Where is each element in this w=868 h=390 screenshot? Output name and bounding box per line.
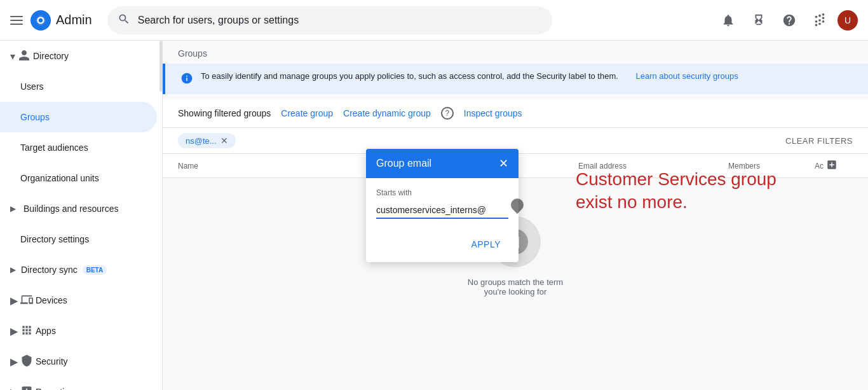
topbar-right: U: [715, 8, 858, 33]
sidebar-apps-label: Apps: [36, 326, 56, 336]
expand-icon: ▾: [10, 50, 15, 62]
menu-icon[interactable]: [10, 16, 23, 25]
annotation-text: Customer Services group exist no more.: [576, 168, 817, 214]
search-icon: [118, 13, 130, 27]
chevron-right-icon: ▶: [10, 204, 16, 213]
sidebar: ▾ Directory Users Groups Target audience…: [0, 41, 163, 390]
sidebar-dirsync-label: Directory sync: [21, 265, 78, 275]
breadcrumb-text: Groups: [178, 48, 207, 59]
devices-icon: [20, 293, 33, 308]
apps-icon: [20, 324, 33, 338]
sidebar-dirsettings-label: Directory settings: [20, 234, 89, 244]
avatar[interactable]: U: [837, 10, 858, 31]
sidebar-item-users[interactable]: Users: [0, 71, 157, 102]
clear-filters-button[interactable]: CLEAR FILTERS: [785, 136, 853, 146]
sidebar-security-section[interactable]: ▶ Security: [0, 346, 162, 377]
help-icon[interactable]: [776, 8, 802, 33]
create-group-link[interactable]: Create group: [281, 108, 333, 118]
sidebar-security-label: Security: [36, 356, 68, 366]
sidebar-item-dir-sync[interactable]: ▶ Directory sync BETA: [0, 254, 157, 285]
topbar-left: Admin: [10, 10, 92, 31]
brand-name: Admin: [56, 13, 92, 27]
chevron-right-icon-sync: ▶: [10, 265, 16, 274]
person-icon: [18, 49, 31, 64]
add-column-icon[interactable]: [826, 159, 837, 172]
filter-popup-title: Group email: [376, 158, 431, 169]
filter-popup-header: Group email ✕: [366, 149, 519, 178]
info-icon: [180, 72, 193, 87]
showing-text: Showing filtered groups: [178, 108, 271, 118]
apps-grid-icon[interactable]: [807, 8, 832, 33]
google-icon: [34, 14, 47, 27]
brand-logo: [31, 10, 51, 31]
topbar: Admin U: [0, 0, 868, 41]
filter-popup: Group email ✕ Starts with APPLY: [366, 149, 519, 262]
sidebar-users-label: Users: [20, 81, 44, 92]
search-input[interactable]: [138, 15, 542, 26]
expand-icon-reporting: ▶: [10, 386, 18, 391]
sidebar-buildings-label: Buildings and resources: [24, 204, 118, 214]
groups-toolbar: Showing filtered groups Create group Cre…: [163, 99, 868, 128]
sidebar-reporting-section[interactable]: ▶ Reporting: [0, 377, 162, 390]
svg-point-1: [39, 18, 43, 22]
apply-button[interactable]: APPLY: [463, 234, 508, 254]
empty-state-text: No groups match the term you're looking …: [458, 277, 573, 296]
search-bar[interactable]: [107, 6, 552, 34]
expand-icon-devices: ▶: [10, 295, 18, 307]
sidebar-item-org-units[interactable]: Organizational units: [0, 163, 157, 193]
security-icon: [20, 354, 33, 369]
info-text: To easily identify and manage groups you…: [201, 71, 618, 81]
sidebar-item-dir-settings[interactable]: Directory settings: [0, 224, 157, 254]
filter-popup-close-button[interactable]: ✕: [499, 157, 508, 171]
col-actions-header: Ac: [815, 159, 853, 172]
expand-icon-apps: ▶: [10, 325, 18, 337]
sidebar-directory-section[interactable]: ▾ Directory: [0, 41, 162, 71]
brand: Admin: [31, 10, 92, 31]
help-dynamic-icon[interactable]: ?: [441, 107, 454, 120]
filter-chip-text: ns@te...: [186, 136, 217, 146]
sidebar-directory-label: Directory: [33, 51, 69, 61]
notifications-icon[interactable]: [715, 8, 741, 33]
expand-icon-security: ▶: [10, 356, 18, 368]
filter-chip[interactable]: ns@te... ✕: [178, 133, 236, 148]
sidebar-groups-label: Groups: [20, 112, 50, 122]
sidebar-item-target-audiences[interactable]: Target audiences: [0, 132, 157, 163]
reporting-icon: [20, 385, 33, 391]
filter-popup-body: Starts with: [366, 178, 519, 229]
info-link[interactable]: Learn about security groups: [636, 71, 738, 81]
filter-popup-footer: APPLY: [366, 229, 519, 262]
sidebar-item-buildings[interactable]: ▶ Buildings and resources: [0, 193, 157, 224]
filter-popup-input[interactable]: [376, 202, 508, 219]
filter-chip-close-icon[interactable]: ✕: [220, 136, 228, 146]
filter-popup-label: Starts with: [376, 188, 508, 197]
hourglass-icon[interactable]: [746, 8, 771, 33]
info-banner: To easily identify and manage groups you…: [163, 64, 868, 94]
sidebar-reporting-label: Reporting: [36, 387, 74, 390]
create-dynamic-link[interactable]: Create dynamic group: [343, 108, 431, 118]
sidebar-item-groups[interactable]: Groups: [0, 102, 157, 132]
sidebar-apps-section[interactable]: ▶ Apps: [0, 316, 162, 346]
layout: ▾ Directory Users Groups Target audience…: [0, 41, 868, 390]
sidebar-target-label: Target audiences: [20, 143, 88, 153]
sidebar-devices-section[interactable]: ▶ Devices: [0, 285, 162, 316]
breadcrumb: Groups: [163, 41, 868, 64]
sidebar-org-label: Organizational units: [20, 173, 99, 183]
inspect-groups-link[interactable]: Inspect groups: [464, 108, 522, 118]
sidebar-devices-label: Devices: [36, 295, 67, 305]
main-content: Groups To easily identify and manage gro…: [163, 41, 868, 390]
beta-badge: BETA: [83, 265, 107, 275]
